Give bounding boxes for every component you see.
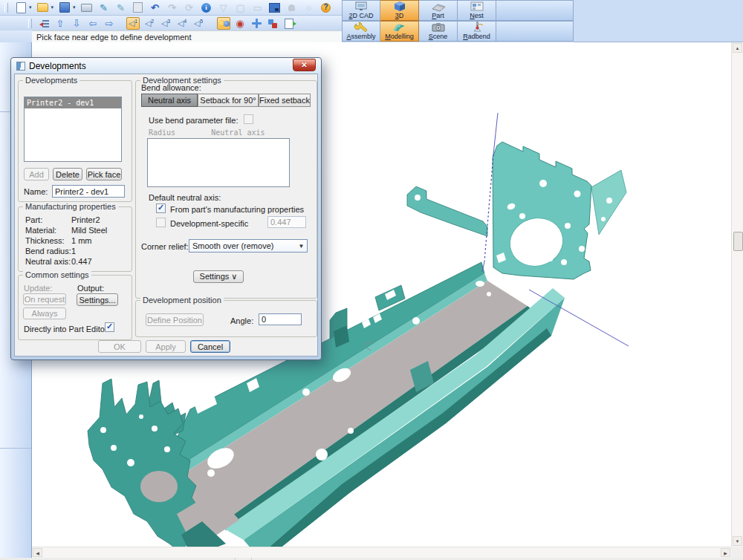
scroll-left-button[interactable]: ◀ bbox=[33, 548, 42, 557]
right-plate-hole bbox=[561, 259, 567, 265]
group-development-settings: Development settings bbox=[135, 80, 317, 299]
scene-icon bbox=[431, 22, 446, 33]
annotate-icon[interactable]: ✎ bbox=[114, 1, 128, 14]
add-button[interactable]: Add bbox=[24, 168, 49, 180]
ok-button[interactable]: OK bbox=[98, 340, 141, 353]
measure-icon[interactable]: ▭ bbox=[251, 1, 265, 14]
output-settings-button[interactable]: Settings... bbox=[77, 293, 118, 306]
on-request-button[interactable]: On request bbox=[23, 293, 66, 305]
scroll-down-button[interactable]: ▼ bbox=[733, 536, 742, 546]
floor-hole bbox=[412, 317, 420, 325]
vertical-scroll-thumb[interactable] bbox=[733, 232, 743, 251]
always-button[interactable]: Always bbox=[23, 307, 66, 319]
name-input[interactable] bbox=[52, 185, 125, 198]
redo-icon[interactable]: ↷ bbox=[166, 1, 179, 14]
move-left-icon[interactable]: ⇦ bbox=[86, 17, 100, 30]
hierarchy-icon[interactable] bbox=[37, 17, 51, 30]
bend-allowance-label: Bend allowance: bbox=[141, 83, 201, 92]
assembly-icon bbox=[354, 22, 369, 33]
view-1-icon[interactable]: ◁1 bbox=[126, 17, 140, 30]
tab-2d-cad[interactable]: 2D CAD bbox=[342, 0, 380, 21]
tab-scene[interactable]: Scene bbox=[419, 21, 458, 42]
list-item-selected[interactable]: Printer2 - dev1 bbox=[25, 97, 121, 108]
move-right-icon[interactable]: ⇨ bbox=[103, 17, 116, 30]
move-down-icon[interactable]: ⇩ bbox=[70, 17, 83, 30]
view-4-icon[interactable]: ◁4 bbox=[175, 17, 189, 30]
tab-nest[interactable]: Nest bbox=[458, 0, 496, 21]
move-up-icon[interactable]: ⇧ bbox=[53, 17, 67, 30]
update-flag-icon[interactable] bbox=[266, 17, 279, 30]
developments-listbox[interactable]: Printer2 - dev1 bbox=[24, 97, 122, 162]
bounding-box-icon[interactable]: ▢ bbox=[234, 1, 247, 14]
new-document-icon[interactable] bbox=[14, 1, 27, 14]
save-file-icon[interactable] bbox=[58, 1, 71, 14]
open-file-icon[interactable] bbox=[36, 1, 50, 14]
corner-relief-value: Smooth over (remove) bbox=[189, 241, 296, 250]
vertical-scrollbar[interactable]: ▲ ▼ bbox=[731, 42, 743, 547]
angle-input[interactable] bbox=[259, 313, 302, 325]
toolbar-grip[interactable] bbox=[28, 19, 32, 28]
draw-icon[interactable]: ✎ bbox=[97, 1, 111, 14]
property-label: Part: bbox=[25, 215, 42, 224]
help-icon[interactable]: ? bbox=[319, 1, 333, 14]
horizontal-scrollbar[interactable]: ◀ ▶ bbox=[32, 547, 731, 558]
dialog-title: Developments bbox=[29, 61, 86, 71]
module-tab-row-2: Assembly Modelling Scene Radbend bbox=[342, 21, 574, 42]
bend-parameter-listbox[interactable] bbox=[147, 138, 290, 187]
hint-icon[interactable]: ○ bbox=[302, 1, 316, 14]
tab-label: 2D CAD bbox=[348, 12, 373, 19]
toolbar-grip[interactable] bbox=[4, 3, 8, 13]
use-bend-parameter-file-checkbox[interactable] bbox=[244, 114, 253, 124]
undo-icon[interactable]: ↶ bbox=[149, 1, 162, 14]
pan-icon[interactable] bbox=[250, 17, 263, 30]
tab-label: Part bbox=[432, 12, 444, 19]
filter-icon[interactable]: ▽ bbox=[217, 1, 230, 14]
close-button[interactable]: ✕ bbox=[293, 59, 316, 71]
mode-neutral-axis[interactable]: Neutral axis bbox=[141, 94, 198, 107]
define-position-button[interactable]: Define Position bbox=[146, 313, 204, 326]
tab-part[interactable]: Part bbox=[419, 0, 458, 21]
mode-fixed-setback[interactable]: Fixed setback bbox=[259, 94, 311, 107]
floor-hole bbox=[476, 281, 484, 287]
cancel-button[interactable]: Cancel bbox=[190, 340, 230, 353]
print-icon[interactable] bbox=[80, 1, 94, 14]
floor-hole bbox=[302, 388, 310, 396]
new-dropdown-icon[interactable]: ▾ bbox=[29, 4, 32, 10]
paste-icon[interactable] bbox=[132, 1, 145, 14]
view-2-icon[interactable]: ◁2 bbox=[143, 17, 156, 30]
save-dropdown-icon[interactable]: ▾ bbox=[73, 4, 76, 10]
development-specific-input[interactable] bbox=[267, 216, 306, 228]
mode-setback-90[interactable]: Setback for 90° bbox=[198, 94, 259, 107]
shaded-view-icon[interactable] bbox=[217, 17, 230, 30]
export-icon[interactable] bbox=[282, 17, 296, 30]
tab-radbend[interactable]: Radbend bbox=[458, 21, 496, 42]
right-plate-hole bbox=[539, 180, 547, 187]
settings-expander-button[interactable]: Settings ∨ bbox=[193, 270, 244, 283]
view-5-icon[interactable]: ◁5 bbox=[192, 17, 205, 30]
from-part-checkbox[interactable]: ✓ bbox=[156, 204, 166, 213]
right-plate-hole bbox=[548, 257, 553, 261]
scroll-right-button[interactable]: ▶ bbox=[721, 548, 730, 557]
apply-button[interactable]: Apply bbox=[146, 340, 186, 353]
tab-assembly[interactable]: Assembly bbox=[342, 21, 380, 42]
refresh-icon[interactable]: ⟳ bbox=[183, 1, 196, 14]
tab-3d[interactable]: 3D bbox=[380, 0, 419, 21]
info-icon[interactable]: i bbox=[200, 1, 213, 14]
window-icon[interactable] bbox=[268, 1, 282, 14]
development-specific-checkbox[interactable] bbox=[156, 218, 166, 227]
corner-relief-dropdown[interactable]: Smooth over (remove) ▼ bbox=[189, 239, 308, 253]
pick-face-button[interactable]: Pick face bbox=[86, 168, 122, 180]
3d-icon bbox=[392, 1, 407, 12]
snap-target-icon[interactable]: ◉ bbox=[233, 17, 247, 30]
2d-cad-icon bbox=[354, 1, 369, 12]
user-icon[interactable] bbox=[285, 1, 299, 14]
view-3-icon[interactable]: ◁3 bbox=[159, 17, 172, 30]
delete-button[interactable]: Delete bbox=[53, 168, 82, 180]
open-dropdown-icon[interactable]: ▾ bbox=[51, 4, 54, 10]
modelling-icon bbox=[392, 22, 407, 33]
view-toolbar: ⇧ ⇩ ⇦ ⇨ ◁1 ◁2 ◁3 ◁4 ◁5 ◉ bbox=[0, 16, 342, 30]
scroll-up-button[interactable]: ▲ bbox=[733, 43, 742, 53]
tab-label: 3D bbox=[395, 12, 404, 19]
directly-into-part-editor-checkbox[interactable]: ✓ bbox=[105, 322, 114, 332]
tab-modelling[interactable]: Modelling bbox=[380, 21, 419, 42]
